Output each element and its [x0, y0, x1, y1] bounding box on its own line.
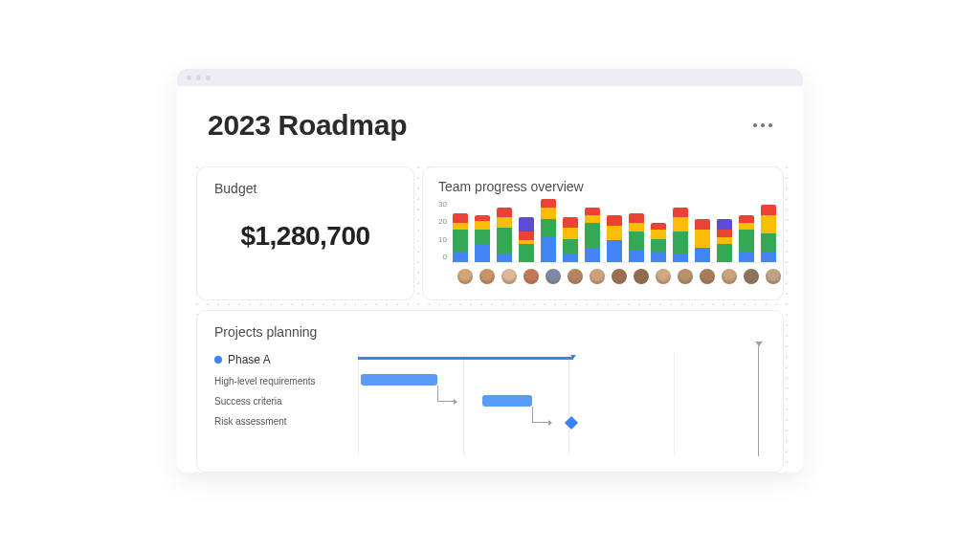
- bar-segment: [453, 252, 468, 262]
- stacked-bar: [475, 215, 490, 262]
- bar-segment: [651, 223, 666, 231]
- bar-segment: [651, 239, 666, 252]
- team-progress-card[interactable]: Team progress overview 3020100: [422, 166, 784, 300]
- today-marker: [758, 345, 759, 456]
- team-member-avatar[interactable]: [590, 269, 605, 284]
- team-member-avatar[interactable]: [501, 269, 517, 284]
- stacked-bar: [717, 219, 732, 262]
- bar-segment: [717, 244, 732, 262]
- bar-segment: [607, 215, 622, 226]
- bar-segment: [497, 208, 512, 216]
- bar-segment: [453, 223, 468, 231]
- team-member-avatar[interactable]: [678, 269, 693, 284]
- bar-segment: [629, 231, 644, 250]
- team-member-avatar[interactable]: [722, 269, 737, 284]
- page-title: 2023 Roadmap: [208, 109, 407, 142]
- planning-label: Projects planning: [214, 324, 766, 340]
- stacked-bar: [673, 208, 688, 262]
- y-axis-ticks: 3020100: [438, 200, 451, 263]
- stacked-bar: [453, 213, 468, 262]
- bar-segment: [563, 239, 578, 253]
- phase-label: Phase A: [228, 353, 271, 366]
- dots-icon: [761, 123, 765, 127]
- gantt-task-list: Phase A High-level requirements Success …: [214, 351, 358, 456]
- team-member-avatar[interactable]: [744, 269, 759, 284]
- stacked-bar: [497, 208, 512, 262]
- bar-segment: [695, 248, 710, 262]
- dots-icon: [768, 123, 772, 127]
- bar-segment: [761, 252, 776, 262]
- traffic-light-dot: [206, 76, 211, 80]
- budget-label: Budget: [214, 181, 396, 196]
- team-member-avatar[interactable]: [546, 269, 561, 284]
- bar-segment: [695, 219, 710, 230]
- page-header: 2023 Roadmap: [177, 86, 803, 159]
- stacked-bar-chart: 3020100: [438, 200, 768, 263]
- team-progress-label: Team progress overview: [438, 179, 768, 194]
- gantt-chart: Phase A High-level requirements Success …: [214, 351, 766, 456]
- team-member-avatar[interactable]: [612, 269, 627, 284]
- budget-card[interactable]: Budget $1,280,700: [196, 166, 414, 300]
- bar-segment: [761, 205, 776, 215]
- traffic-light-dot: [187, 76, 191, 80]
- projects-planning-card[interactable]: Projects planning Phase A High-level req…: [196, 310, 784, 473]
- stacked-bar: [695, 219, 710, 262]
- dashboard-window: 2023 Roadmap Budget $1,280,700 Team prog…: [177, 69, 803, 473]
- traffic-light-dot: [196, 76, 201, 80]
- bar-segment: [475, 230, 490, 244]
- team-member-avatar[interactable]: [479, 269, 495, 284]
- bar-segment: [497, 217, 512, 228]
- team-member-avatar[interactable]: [700, 269, 715, 284]
- budget-value: $1,280,700: [214, 221, 396, 252]
- bar-segment: [541, 219, 556, 237]
- bar-segment: [739, 252, 754, 262]
- bar-segment: [563, 217, 578, 228]
- team-member-avatar[interactable]: [523, 269, 539, 284]
- y-tick: 30: [438, 200, 447, 209]
- stacked-bar: [651, 223, 666, 262]
- y-tick: 0: [438, 253, 447, 261]
- stacked-bar: [541, 199, 556, 262]
- bar-group: [451, 200, 778, 263]
- bar-segment: [629, 250, 644, 262]
- team-member-avatar[interactable]: [766, 269, 781, 284]
- team-member-avatar[interactable]: [634, 269, 649, 284]
- dots-icon: [753, 123, 757, 127]
- dashboard-canvas: Budget $1,280,700 Team progress overview…: [189, 159, 791, 473]
- bar-segment: [695, 230, 710, 248]
- team-member-avatar[interactable]: [656, 269, 671, 284]
- bar-segment: [607, 240, 622, 262]
- bar-segment: [475, 244, 490, 262]
- window-titlebar: [177, 69, 803, 86]
- bar-segment: [651, 230, 666, 238]
- bar-segment: [453, 213, 468, 222]
- bar-segment: [519, 217, 534, 231]
- stacked-bar: [629, 213, 644, 262]
- task-bar-requirements[interactable]: [361, 374, 437, 386]
- phase-bar: [358, 357, 573, 360]
- bar-segment: [673, 208, 688, 216]
- bar-segment: [519, 231, 534, 240]
- gantt-timeline: [358, 351, 766, 456]
- y-tick: 20: [438, 217, 447, 226]
- task-label: Risk assessment: [214, 416, 358, 427]
- bar-segment: [761, 233, 776, 252]
- task-bar-success-criteria[interactable]: [482, 395, 532, 407]
- team-member-avatar[interactable]: [568, 269, 583, 284]
- bar-segment: [585, 215, 600, 223]
- bar-segment: [541, 237, 556, 262]
- bar-segment: [563, 253, 578, 262]
- bar-segment: [673, 231, 688, 253]
- bar-segment: [717, 237, 732, 245]
- bar-segment: [739, 215, 754, 223]
- bar-segment: [739, 230, 754, 252]
- bar-segment: [607, 226, 622, 240]
- milestone-risk-assessment[interactable]: [565, 416, 578, 430]
- bar-segment: [519, 244, 534, 262]
- team-member-avatar[interactable]: [457, 269, 473, 284]
- stacked-bar: [607, 215, 622, 262]
- task-label: High-level requirements: [214, 376, 358, 386]
- bar-segment: [673, 253, 688, 262]
- bar-segment: [585, 223, 600, 248]
- more-options-button[interactable]: [753, 123, 772, 127]
